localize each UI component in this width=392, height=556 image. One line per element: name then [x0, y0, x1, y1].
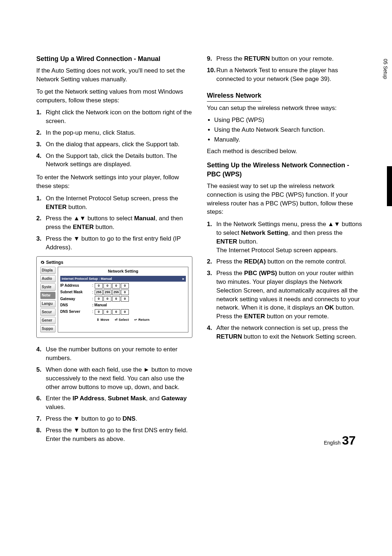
- right-column: 9.Press the RETURN button on your remote…: [207, 54, 363, 447]
- dns-server-row: DNS Server 0 0 0 0: [60, 309, 186, 314]
- menu-item: Gener: [40, 317, 56, 324]
- list-item: In the Network Settings menu, press the …: [216, 220, 363, 254]
- menu-item: Audio: [40, 275, 56, 282]
- protocol-row: Internet Protocol Setup : Manual ▸: [60, 276, 186, 282]
- list-item: Press the ▼ button to go to DNS.: [46, 414, 192, 423]
- list-item: Manually.: [214, 135, 363, 144]
- list-item: In the pop-up menu, click Status.: [46, 128, 192, 137]
- menu-item: Syste: [40, 283, 56, 291]
- list-item: Press the ▼ button to go to the first en…: [46, 234, 192, 252]
- panel-title: Network Setting: [60, 269, 186, 274]
- settings-right-panel: Network Setting Internet Protocol Setup …: [58, 267, 188, 332]
- list-item: Press the ▼ button to go to the first DN…: [46, 426, 192, 443]
- edge-tab: 05 Setup: [377, 54, 392, 213]
- ordered-list: 1.Right click the Network icon on the bo…: [36, 108, 192, 169]
- list-item: On the dialog that appears, click the Su…: [46, 140, 192, 149]
- settings-title-text: Settings: [46, 259, 63, 266]
- list-item: Press the PBC (WPS) button on your route…: [216, 269, 363, 321]
- list-item: Using PBC (WPS): [214, 116, 363, 124]
- list-item: Use the number buttons on your remote to…: [46, 345, 192, 363]
- list-item: On the Support tab, click the Details bu…: [46, 152, 192, 169]
- list-item: Right click the Network icon on the bott…: [46, 108, 192, 126]
- heading-pbc-wps: Setting Up the Wireless Network Connecti…: [207, 161, 363, 179]
- gear-icon: [40, 260, 45, 265]
- ordered-list: 4.Use the number buttons on your remote …: [36, 345, 192, 443]
- paragraph: You can setup the wireless network three…: [207, 104, 363, 113]
- paragraph: If the Auto Setting does not work, you'l…: [36, 66, 192, 84]
- ordered-list: 1.On the Internet Protocol Setup screen,…: [36, 194, 192, 252]
- list-item: Run a Network Test to ensure the player …: [216, 66, 363, 83]
- menu-item: Secur: [40, 308, 56, 316]
- menu-item: Langu: [40, 300, 56, 307]
- list-item: Press the RETURN button on your remote.: [216, 54, 363, 63]
- settings-screenshot: Settings Displa Audio Syste Netw Langu S…: [36, 256, 192, 338]
- list-item: Enter the IP Address, Subnet Mask, and G…: [46, 394, 192, 412]
- section-marker: 05 Setup: [383, 59, 388, 79]
- ordered-list: 1.In the Network Settings menu, press th…: [207, 220, 363, 341]
- list-item: After the network connection is set up, …: [216, 324, 363, 341]
- menu-item: Displa: [40, 267, 56, 274]
- paragraph: To enter the Network settings into your …: [36, 173, 192, 191]
- return-hint: ↩ Return: [134, 318, 150, 322]
- settings-title-bar: Settings: [40, 259, 188, 266]
- menu-item-active: Netw: [40, 292, 56, 299]
- ip-address-row: IP Address 0 0 0 0: [60, 283, 186, 288]
- select-hint: ⏎ Select: [115, 318, 129, 322]
- list-item: Press the ▲▼ buttons to select Manual, a…: [46, 214, 192, 232]
- list-item: Using the Auto Network Search function.: [214, 126, 363, 134]
- dns-row: DNS Manual: [60, 303, 186, 308]
- ordered-list: 9.Press the RETURN button on your remote…: [207, 54, 363, 83]
- subnet-mask-row: Subnet Mask 255 255 255 0: [60, 290, 186, 295]
- bottom-bar: ⇕ Move ⏎ Select ↩ Return: [60, 318, 186, 322]
- settings-left-menu: Displa Audio Syste Netw Langu Secur Gene…: [40, 267, 56, 332]
- list-item: On the Internet Protocol Setup screen, p…: [46, 194, 192, 212]
- paragraph: To get the Network setting values from m…: [36, 87, 192, 105]
- heading-wireless-network: Wireless Network: [207, 91, 261, 101]
- heading-wired-manual: Setting Up a Wired Connection - Manual: [36, 54, 192, 64]
- edge-tab-black: [387, 166, 392, 206]
- gateway-row: Gateway 0 0 0 0: [60, 296, 186, 302]
- paragraph: The easiest way to set up the wireless n…: [207, 182, 363, 216]
- move-hint: ⇕ Move: [97, 318, 109, 322]
- page-number: English37: [324, 433, 356, 447]
- paragraph: Each method is described below.: [207, 147, 363, 156]
- left-column: Setting Up a Wired Connection - Manual I…: [36, 54, 192, 447]
- right-arrow-icon: ▸: [183, 277, 184, 281]
- menu-item: Suppo: [40, 325, 56, 332]
- bullet-list: Using PBC (WPS) Using the Auto Network S…: [207, 116, 363, 144]
- list-item: Press the RED(A) button on the remote co…: [216, 257, 363, 266]
- list-item: When done with each field, use the ► but…: [46, 365, 192, 391]
